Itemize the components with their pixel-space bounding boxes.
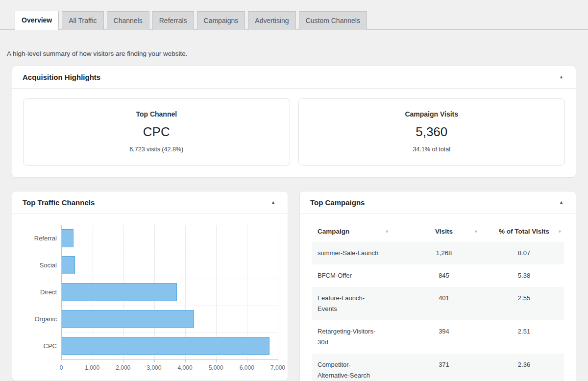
x-tick-label: 3,000 (147, 364, 161, 371)
tab-custom-channels[interactable]: Custom Channels (299, 11, 367, 30)
chart-row (62, 306, 278, 333)
column-header-visits[interactable]: Visits▼ (405, 228, 483, 235)
tab-bar: OverviewAll TrafficChannelsReferralsCamp… (0, 0, 588, 30)
highlight-card: Campaign Visits5,36034.1% of total (298, 98, 565, 166)
top-traffic-channels-title: Top Traffic Channels (23, 198, 95, 207)
acquisition-highlights-title: Acquisition Highlights (23, 73, 100, 81)
campaigns-table: Campaign▼Visits▼% of Total Visits▼ summe… (312, 224, 564, 381)
tab-all-traffic[interactable]: All Traffic (62, 11, 103, 30)
tab-overview[interactable]: Overview (15, 11, 59, 30)
category-label: Organic (22, 306, 61, 333)
tab-advertising[interactable]: Advertising (248, 11, 295, 30)
x-tick-label: 4,000 (178, 364, 193, 371)
pct-cell: 5.38 (483, 270, 565, 281)
x-tick-label: 7,000 (270, 364, 285, 371)
page-subtitle: A high-level summary of how visitors are… (7, 50, 588, 57)
campaign-name-cell: Retargeting-Visitors-30d (312, 326, 405, 348)
chart-row (62, 225, 278, 252)
sort-icon: ▼ (385, 229, 389, 234)
campaign-name: Feature-Launch-Events (318, 293, 380, 314)
table-row: Feature-Launch-Events4012.55 (312, 287, 564, 320)
chevron-up-icon: ▲ (559, 200, 564, 205)
table-row: Retargeting-Visitors-30d3942.51 (312, 320, 564, 354)
pct-cell: 8.07 (483, 248, 565, 259)
x-tick-label: 5,000 (209, 364, 223, 371)
sort-icon: ▼ (474, 229, 478, 234)
acquisition-highlights-panel: Acquisition Highlights ▲ Top ChannelCPC6… (12, 66, 576, 178)
highlight-card-detail: 34.1% of total (305, 146, 559, 153)
campaign-name-cell: Competitor-Alternative-Search (312, 359, 405, 381)
visits-cell: 394 (405, 326, 483, 348)
top-campaigns-panel: Top Campaigns ▲ Campaign▼Visits▼% of Tot… (299, 191, 576, 381)
campaign-name: BFCM-Offer (318, 270, 352, 281)
visits-cell: 371 (405, 359, 483, 381)
collapse-button[interactable]: ▲ (557, 199, 565, 206)
x-tick-label: 6,000 (240, 364, 254, 371)
highlight-card-value: CPC (29, 124, 284, 140)
bar-organic[interactable] (62, 310, 194, 328)
chart-x-axis-labels: 01,0002,0003,0004,0005,0006,0007,000 (61, 360, 278, 373)
chart-plot-area (61, 225, 278, 360)
table-row: Competitor-Alternative-Search3712.36 (312, 354, 564, 381)
campaign-name-cell: BFCM-Offer (312, 270, 405, 281)
acquisition-cards: Top ChannelCPC6,723 visits (42.8%)Campai… (12, 89, 576, 177)
collapse-button[interactable]: ▲ (269, 199, 277, 206)
gridline (278, 225, 278, 359)
visits-cell: 845 (405, 270, 483, 281)
highlight-card: Top ChannelCPC6,723 visits (42.8%) (23, 98, 290, 166)
campaigns-table-body: summer-Sale-Launch1,2688.07BFCM-Offer845… (312, 242, 564, 381)
column-header-campaign[interactable]: Campaign▼ (312, 228, 405, 235)
column-header-label: Campaign (318, 228, 349, 235)
category-label: Direct (22, 279, 61, 306)
table-row: summer-Sale-Launch1,2688.07 (312, 242, 564, 264)
category-label: Social (22, 252, 61, 279)
highlight-card-value: 5,360 (305, 124, 559, 140)
pct-cell: 2.55 (483, 293, 565, 314)
axis-tick (278, 359, 278, 362)
x-tick-label: 2,000 (116, 364, 130, 371)
chart-row (62, 252, 278, 279)
column-header-label: Visits (435, 228, 453, 235)
campaigns-table-header: Campaign▼Visits▼% of Total Visits▼ (312, 224, 564, 242)
pct-cell: 2.36 (483, 359, 565, 381)
column-header--of-total-visits[interactable]: % of Total Visits▼ (483, 228, 565, 235)
acquisition-highlights-header: Acquisition Highlights ▲ (12, 66, 576, 89)
table-row: BFCM-Offer8455.38 (312, 264, 564, 287)
visits-cell: 1,268 (405, 248, 483, 259)
top-traffic-channels-header: Top Traffic Channels ▲ (12, 191, 288, 214)
chart-y-axis-labels: ReferralSocialDirectOrganicCPC (22, 225, 61, 360)
chevron-up-icon: ▲ (271, 200, 275, 205)
pct-cell: 2.51 (483, 326, 565, 348)
top-campaigns-title: Top Campaigns (310, 198, 365, 207)
campaign-name-cell: summer-Sale-Launch (312, 248, 405, 259)
x-tick-label: 1,000 (85, 364, 99, 371)
chart-row (62, 279, 278, 306)
tab-campaigns[interactable]: Campaigns (197, 11, 245, 30)
bar-social[interactable] (62, 256, 75, 274)
chart-row (62, 333, 278, 359)
column-header-label: % of Total Visits (499, 228, 549, 235)
lower-columns: Top Traffic Channels ▲ ReferralSocialDir… (12, 191, 576, 381)
campaign-name: summer-Sale-Launch (318, 248, 378, 259)
tab-referrals[interactable]: Referrals (152, 11, 194, 30)
bar-cpc[interactable] (62, 337, 270, 355)
top-campaigns-header: Top Campaigns ▲ (300, 191, 576, 214)
campaign-name: Competitor-Alternative-Search (318, 359, 380, 381)
collapse-button[interactable]: ▲ (557, 74, 565, 80)
x-tick-label: 0 (60, 364, 63, 371)
category-label: Referral (22, 225, 61, 252)
tab-channels[interactable]: Channels (107, 11, 149, 30)
visits-cell: 401 (405, 293, 483, 314)
bar-referral[interactable] (62, 229, 74, 247)
traffic-channels-bar-chart: ReferralSocialDirectOrganicCPC 01,0002,0… (12, 214, 288, 381)
campaign-name: Retargeting-Visitors-30d (318, 326, 380, 348)
category-label: CPC (22, 333, 61, 359)
chevron-up-icon: ▲ (559, 74, 564, 79)
highlight-card-label: Top Channel (29, 110, 284, 118)
top-traffic-channels-panel: Top Traffic Channels ▲ ReferralSocialDir… (12, 191, 288, 381)
highlight-card-detail: 6,723 visits (42.8%) (29, 146, 284, 153)
bar-direct[interactable] (62, 283, 177, 301)
campaign-name-cell: Feature-Launch-Events (312, 293, 405, 314)
sort-icon: ▼ (558, 229, 562, 234)
highlight-card-label: Campaign Visits (305, 110, 559, 118)
